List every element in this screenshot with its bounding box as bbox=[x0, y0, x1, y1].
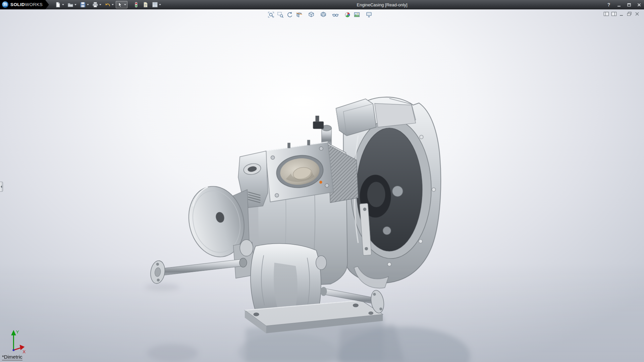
glasses-icon bbox=[332, 11, 339, 18]
previous-view-button[interactable] bbox=[286, 11, 294, 19]
close-icon bbox=[637, 3, 641, 7]
3d-viewport[interactable]: X Y bbox=[0, 9, 644, 362]
appearance-sphere-icon bbox=[344, 11, 351, 18]
collapse-arrow-icon bbox=[1, 185, 2, 188]
close-document-button[interactable] bbox=[634, 11, 640, 16]
document-window-controls bbox=[603, 11, 640, 16]
options-button[interactable] bbox=[151, 1, 162, 8]
dropdown-caret[interactable] bbox=[159, 4, 161, 5]
section-view-button[interactable] bbox=[295, 11, 306, 19]
logo-point bbox=[45, 0, 49, 9]
open-button[interactable] bbox=[66, 1, 78, 8]
pane-right-button[interactable] bbox=[611, 11, 617, 16]
previous-view-icon bbox=[286, 11, 293, 18]
zoom-to-area-icon bbox=[277, 11, 284, 18]
save-icon bbox=[80, 2, 86, 8]
new-document-button[interactable] bbox=[54, 1, 65, 8]
part-carb-flange[interactable] bbox=[265, 140, 333, 202]
file-properties-icon bbox=[143, 2, 149, 8]
dropdown-caret[interactable] bbox=[112, 4, 114, 5]
rebuild-traffic-light-icon bbox=[133, 2, 139, 8]
triad-y-label: Y bbox=[16, 329, 19, 335]
restore-document-icon bbox=[627, 11, 632, 16]
close-button[interactable] bbox=[635, 1, 643, 8]
restore-document-button[interactable] bbox=[627, 11, 632, 16]
graphics-area[interactable]: X Y bbox=[0, 9, 644, 362]
pane-right-icon bbox=[611, 11, 617, 16]
display-style-icon bbox=[320, 11, 327, 18]
standard-toolbar bbox=[54, 1, 162, 8]
dropdown-caret[interactable] bbox=[124, 4, 126, 5]
open-icon bbox=[67, 2, 73, 8]
zoom-to-fit-icon bbox=[268, 11, 274, 18]
triad-x-label: X bbox=[22, 349, 25, 354]
part-shaft-front[interactable] bbox=[149, 258, 247, 284]
edit-appearance-button[interactable] bbox=[343, 11, 352, 19]
dropdown-caret[interactable] bbox=[62, 4, 64, 5]
close-document-icon bbox=[634, 11, 640, 16]
section-view-icon bbox=[296, 11, 303, 18]
view-settings-icon bbox=[366, 11, 372, 18]
window-controls: ? bbox=[605, 0, 643, 9]
selection-marker bbox=[319, 181, 322, 184]
undo-button[interactable] bbox=[103, 1, 115, 8]
pane-left-button[interactable] bbox=[603, 11, 609, 16]
apply-scene-button[interactable] bbox=[353, 11, 364, 19]
view-orientation-icon bbox=[308, 11, 315, 18]
undo-icon bbox=[105, 2, 111, 8]
minimize-document-icon bbox=[619, 11, 625, 16]
new-document-icon bbox=[55, 2, 61, 8]
help-button[interactable]: ? bbox=[605, 1, 612, 8]
dropdown-caret[interactable] bbox=[74, 4, 76, 5]
minimize-button[interactable] bbox=[615, 1, 623, 8]
titlebar: 3S SOLIDWORKS bbox=[0, 0, 644, 9]
zoom-to-fit-button[interactable] bbox=[267, 11, 275, 19]
view-settings-button[interactable] bbox=[365, 11, 376, 19]
brand-solid: SOLID bbox=[10, 2, 25, 7]
save-button[interactable] bbox=[78, 1, 90, 8]
display-style-button[interactable] bbox=[319, 11, 330, 19]
view-orientation-button[interactable] bbox=[307, 11, 318, 19]
minimize-document-button[interactable] bbox=[619, 11, 625, 16]
file-properties-button[interactable] bbox=[141, 1, 150, 8]
options-icon bbox=[152, 2, 158, 8]
hide-show-items-button[interactable] bbox=[331, 11, 342, 19]
dropdown-caret[interactable] bbox=[87, 4, 89, 5]
solidworks-logo: 3S SOLIDWORKS bbox=[0, 0, 45, 9]
select-cursor-icon bbox=[117, 2, 123, 8]
window-title: EngineCasing [Read-only] bbox=[357, 0, 407, 9]
view-orientation-label: *Dimetric bbox=[2, 354, 22, 360]
pane-left-icon bbox=[603, 11, 609, 16]
heads-up-toolbar bbox=[267, 11, 376, 19]
zoom-to-area-button[interactable] bbox=[276, 11, 284, 19]
dropdown-caret[interactable] bbox=[99, 4, 101, 5]
select-tool-button[interactable] bbox=[116, 1, 127, 8]
brand-text: SOLIDWORKS bbox=[10, 2, 43, 7]
scene-icon bbox=[354, 11, 360, 18]
panel-collapse-handle[interactable] bbox=[0, 182, 3, 192]
brand-works: WORKS bbox=[25, 2, 43, 7]
rebuild-button[interactable] bbox=[132, 1, 141, 8]
print-button[interactable] bbox=[91, 1, 103, 8]
print-icon bbox=[92, 2, 98, 8]
3ds-logo-icon: 3S bbox=[2, 1, 8, 8]
maximize-button[interactable] bbox=[625, 1, 633, 8]
minimize-icon bbox=[617, 3, 621, 7]
orientation-triad: X Y bbox=[11, 329, 25, 354]
maximize-icon bbox=[627, 3, 631, 7]
